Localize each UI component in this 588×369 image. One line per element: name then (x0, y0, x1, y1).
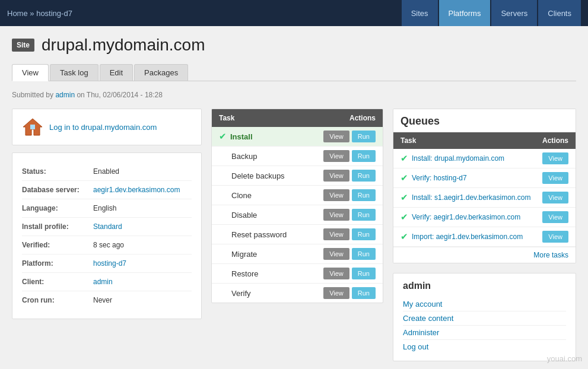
info-row-verified: Verified: 8 sec ago (22, 236, 192, 255)
queue-check-icon-0: ✔ (401, 153, 408, 164)
task-row-delete-backups: Delete backups View Run (212, 166, 383, 186)
task-actions-verify: View Run (323, 287, 376, 299)
check-icon-install: ✔ (219, 131, 227, 142)
database-server-link[interactable]: aegir1.dev.berkasimon.com (93, 186, 180, 194)
disable-view-button[interactable]: View (323, 209, 349, 221)
info-row-status: Status: Enabled (22, 163, 192, 181)
task-actions-install: View Run (323, 131, 376, 142)
nav-clients[interactable]: Clients (538, 0, 581, 26)
restore-view-button[interactable]: View (323, 268, 349, 279)
admin-title: admin (403, 281, 566, 291)
queue-link-0[interactable]: Install: drupal.mydomain.com (412, 154, 504, 163)
queue-view-button-0[interactable]: View (542, 152, 568, 164)
platform-link[interactable]: hosting-d7 (93, 259, 126, 268)
main-layout: Log in to drupal.mydomain.com Status: En… (12, 109, 576, 361)
install-view-button[interactable]: View (323, 131, 349, 142)
tab-task-log[interactable]: Task log (50, 64, 98, 81)
logout-link[interactable]: Log out (403, 342, 428, 351)
queues-table-header: Task Actions (393, 132, 576, 149)
install-run-button[interactable]: Run (352, 131, 376, 142)
reset-password-run-button[interactable]: Run (352, 228, 376, 240)
queue-row-2: ✔ Install: s1.aegir1.dev.berkasimon.com … (393, 188, 576, 208)
info-row-platform: Platform: hosting-d7 (22, 255, 192, 273)
task-row-disable: Disable View Run (212, 205, 383, 225)
login-card: Log in to drupal.mydomain.com (12, 109, 202, 145)
queue-view-button-4[interactable]: View (542, 231, 568, 243)
task-row-migrate: Migrate View Run (212, 244, 383, 264)
task-actions-clone: View Run (323, 189, 376, 201)
info-row-client: Client: admin (22, 273, 192, 291)
task-actions-backup: View Run (323, 150, 376, 162)
administer-link[interactable]: Administer (403, 328, 439, 337)
queue-row-4: ✔ Import: aegir1.dev.berkasimon.com View (393, 227, 576, 247)
task-row-backup: Backup View Run (212, 147, 383, 166)
backup-run-button[interactable]: Run (352, 150, 376, 162)
more-tasks-link[interactable]: More tasks (393, 247, 576, 263)
nav-sites[interactable]: Sites (402, 0, 438, 26)
admin-link-item-2: Administer (403, 326, 566, 340)
queue-row-1: ✔ Verify: hosting-d7 View (393, 168, 576, 188)
reset-password-view-button[interactable]: View (323, 228, 349, 240)
queue-check-icon-1: ✔ (401, 173, 408, 183)
breadcrumb: Home » hosting-d7 (7, 9, 72, 18)
queue-link-2[interactable]: Install: s1.aegir1.dev.berkasimon.com (412, 193, 531, 202)
nav-servers[interactable]: Servers (491, 0, 537, 26)
queue-view-button-2[interactable]: View (542, 192, 568, 203)
queue-row-3: ✔ Verify: aegir1.dev.berkasimon.com View (393, 208, 576, 227)
disable-run-button[interactable]: Run (352, 209, 376, 221)
queue-view-button-3[interactable]: View (542, 211, 568, 223)
queues-title: Queues (393, 109, 576, 132)
info-table: Status: Enabled Database server: aegir1.… (12, 152, 202, 319)
task-actions-delete-backups: View Run (323, 170, 376, 182)
admin-links: My account Create content Administer Log… (403, 297, 566, 354)
admin-link-item-3: Log out (403, 340, 566, 354)
house-icon (22, 116, 43, 138)
queue-link-3[interactable]: Verify: aegir1.dev.berkasimon.com (412, 213, 520, 221)
task-actions-migrate: View Run (323, 248, 376, 260)
queue-check-icon-3: ✔ (401, 212, 408, 222)
info-row-language: Language: English (22, 199, 192, 218)
create-content-link[interactable]: Create content (403, 314, 453, 323)
task-actions-disable: View Run (323, 209, 376, 221)
submitted-user-link[interactable]: admin (55, 91, 75, 99)
tab-view[interactable]: View (12, 64, 49, 81)
site-header: Site drupal.mydomain.com (12, 36, 576, 55)
admin-section: admin My account Create content Administ… (393, 273, 576, 361)
queue-view-button-1[interactable]: View (542, 172, 568, 184)
left-panel: Log in to drupal.mydomain.com Status: En… (12, 109, 202, 361)
info-row-database: Database server: aegir1.dev.berkasimon.c… (22, 181, 192, 199)
tab-bar: View Task log Edit Packages (12, 64, 576, 81)
task-row-restore: Restore View Run (212, 264, 383, 284)
breadcrumb-home[interactable]: Home (7, 9, 28, 18)
nav-platforms[interactable]: Platforms (439, 0, 491, 26)
site-badge: Site (12, 39, 34, 52)
migrate-view-button[interactable]: View (323, 248, 349, 260)
install-profile-link[interactable]: Standard (93, 222, 122, 231)
backup-view-button[interactable]: View (323, 150, 349, 162)
task-row-reset-password: Reset password View Run (212, 225, 383, 244)
tab-edit[interactable]: Edit (100, 64, 133, 81)
delete-backups-view-button[interactable]: View (323, 170, 349, 182)
nav-buttons: Sites Platforms Servers Clients (402, 0, 581, 26)
admin-link-item-1: Create content (403, 311, 566, 326)
migrate-run-button[interactable]: Run (352, 248, 376, 260)
my-account-link[interactable]: My account (403, 300, 442, 308)
clone-view-button[interactable]: View (323, 189, 349, 201)
clone-run-button[interactable]: Run (352, 189, 376, 201)
info-row-cron: Cron run: Never (22, 291, 192, 309)
restore-run-button[interactable]: Run (352, 268, 376, 279)
verify-view-button[interactable]: View (323, 287, 349, 299)
task-actions-restore: View Run (323, 268, 376, 279)
client-link[interactable]: admin (93, 278, 113, 286)
top-navigation: Home » hosting-d7 Sites Platforms Server… (0, 0, 588, 26)
right-panel: Queues Task Actions ✔ Install: drupal.my… (393, 109, 576, 361)
page-content: Site drupal.mydomain.com View Task log E… (0, 26, 588, 369)
verify-run-button[interactable]: Run (352, 287, 376, 299)
task-actions-reset-password: View Run (323, 228, 376, 240)
queue-check-icon-2: ✔ (401, 192, 408, 203)
tab-packages[interactable]: Packages (134, 64, 188, 81)
queue-link-1[interactable]: Verify: hosting-d7 (412, 174, 467, 182)
queue-link-4[interactable]: Import: aegir1.dev.berkasimon.com (412, 233, 523, 241)
login-link[interactable]: Log in to drupal.mydomain.com (49, 123, 157, 132)
delete-backups-run-button[interactable]: Run (352, 170, 376, 182)
